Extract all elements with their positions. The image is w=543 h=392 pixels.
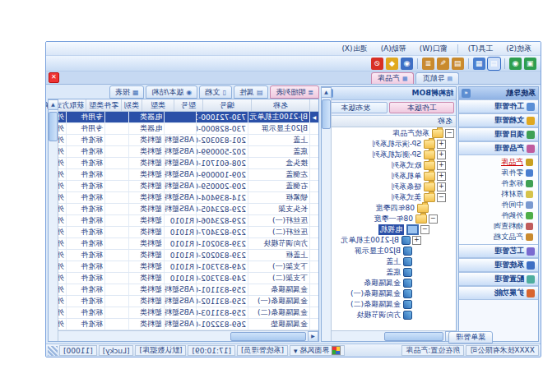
column-header-类别[interactable]: 类别 [121,99,142,111]
expand-icon[interactable]: + [412,236,421,245]
sidebar-group-配置管理[interactable]: 配置管理 [459,272,538,286]
expand-icon[interactable]: + [437,182,446,191]
tree-node-金属隔膜条(一)[interactable]: 金属隔膜条(一) [331,288,456,299]
version-tab-工作版本[interactable]: 工作版本 [390,102,455,113]
sidebar-group-扩展功能[interactable]: 扩展功能 [459,286,538,300]
tree-node-SP-演示机系列[interactable]: +SP-演示机系列 [331,139,456,150]
scroll-thumb[interactable] [230,332,306,341]
table-row[interactable]: 下支架(二)249-837302-012R1010塑料类标准件外购条 [58,273,318,284]
tree-node-08年一季度[interactable]: −08年一季度 [331,214,456,224]
view-tab-版本/结构[interactable]: ◉版本/结构 [146,85,197,99]
table-row[interactable]: 金属隔膜条259-831101-001ABS塑料塑料类标准件外购条 [58,284,318,296]
tree-node-BJ20主显示屏[interactable]: BJ20主显示屏 [331,246,456,256]
table-row[interactable]: 接头盒208-601701-011ABS塑料塑料类标准件外购条 [58,158,318,169]
monitor-icon[interactable]: ▣ [524,58,536,70]
sidebar-group-工艺管理[interactable]: 工艺管理 [459,244,538,258]
version-tab-发布版本[interactable]: 发布版本 [323,102,388,113]
table-icon[interactable]: ▦ [473,58,485,70]
form-new-icon[interactable]: ▤ [452,58,464,70]
menu-item-窗口(W)[interactable]: 窗口(W) [414,43,453,55]
view-tab-报表[interactable]: ▦报表 [109,85,145,99]
expand-icon[interactable]: + [437,161,446,170]
grid-vscrollbar[interactable]: ▲ [49,99,58,341]
collapse-icon[interactable]: − [445,129,454,138]
expand-icon[interactable]: + [437,150,446,159]
workspace-tab-产品库[interactable]: ▦产品库 [371,72,415,84]
column-header-名称[interactable]: 名称 [251,99,309,111]
scroll-thumb[interactable] [384,332,443,341]
scroll-thumb[interactable] [49,112,58,141]
tree-node-SP-测试机系列[interactable]: +SP-测试机系列 [331,150,456,160]
table-row[interactable]: 右侧盖209-200059-011ABS塑料塑料类标准件外购条 [58,181,318,192]
tree-node-08年四季度[interactable]: 08年四季度 [331,203,456,214]
workspace-tab-导航页[interactable]: ▤导航页 [415,72,459,84]
table-row[interactable]: 压丝杆(二)229-823407-011R1010塑料类标准件外购条 [58,227,318,238]
table-row[interactable]: 上盖201-830302-001ABS塑料塑料类标准件外购条 [58,135,318,146]
column-header-零件类型[interactable]: 零件类型 [86,99,121,111]
sidebar-item-原材料[interactable]: 原材料 [459,189,538,200]
sidebar-item-外购件[interactable]: 外购件 [459,210,538,221]
scroll-thumb[interactable] [322,99,331,129]
table-row[interactable]: BJ20主显示屏730-828000-041电器类专用件外购套 [58,123,318,135]
sidebar-group-系统管理[interactable]: 系统管理 [459,258,538,272]
sidebar-item-产品文档[interactable]: 产品文档 [459,232,538,242]
folder-open-icon[interactable]: ▤ [488,58,500,70]
form-edit-icon[interactable]: ✎ [437,58,449,70]
tree-node-电视机[interactable]: −电视机 [331,224,456,235]
sidebar-group-项目管理[interactable]: 项目管理 [459,127,538,141]
table-row[interactable]: 底盖202-500099-012ABS塑料塑料类标准件外购条 [58,146,318,158]
lock-icon[interactable]: ◆ [386,58,398,70]
close-tab-button[interactable]: ✕ [49,72,59,83]
tree-node-金属隔膜条[interactable]: 金属隔膜条 [331,278,456,288]
tree-node-金属隔膜条(二)[interactable]: 金属隔膜条(二) [331,299,456,310]
resize-grip[interactable] [48,346,58,356]
menu-item-退出(X)[interactable]: 退出(X) [336,43,373,55]
tree-hscrollbar[interactable]: ◀ [331,330,456,341]
tree-node-链条系列[interactable]: +链条系列 [331,182,456,192]
collapse-icon[interactable]: « [462,89,471,98]
table-row[interactable]: 压丝杆(一)229-823406-001R1010塑料类标准件外购条 [58,215,318,227]
expand-icon[interactable]: + [437,172,446,181]
expand-icon[interactable]: + [437,140,446,149]
table-row[interactable]: 上盖框239-830202-011R1010塑料类标准件外购条 [58,250,318,261]
sidebar-item-物料查询[interactable]: 物料查询 [459,221,538,232]
tree-node-美式系列[interactable]: −美式系列 [331,192,456,203]
table-row[interactable]: 金属隔膜条(二)259-831103-011ABS塑料塑料类标准件外购条 [58,307,318,319]
menu-manage-tab[interactable]: 菜单管理 [448,331,493,344]
collapse-icon[interactable]: − [437,193,446,202]
scroll-up-icon[interactable]: ▲ [321,87,332,98]
tree-node-上盖[interactable]: 上盖 [331,256,456,267]
table-row[interactable]: ▶BJ-2100主机单元730-721000-121电器类专用件外购套 [58,112,318,123]
table-row[interactable]: 金属隔膜垫269-832201-011ABS塑料塑料类标准件外购条 [58,319,318,330]
sidebar-group-文档管理[interactable]: 文档管理 [459,113,538,127]
scroll-up-icon[interactable]: ▲ [48,99,58,110]
sidebar-group-产品管理[interactable]: 产品管理 [459,141,538,155]
column-header-编号[interactable]: 编号 [202,99,251,111]
sidebar-item-标准件[interactable]: 标准件 [459,178,538,189]
tree-node-系统产品库[interactable]: −系统产品库 [331,128,456,139]
ui-style-button[interactable]: 界面风格 ▾ [290,345,345,356]
table-row[interactable]: 方向调节模块239-830201-001R1010塑料类标准件外购条 [58,238,318,250]
tree-column-header[interactable]: 名称 [322,116,456,127]
scroll-left-icon[interactable]: ◀ [308,331,318,342]
column-header-型号[interactable]: 型号 [174,99,202,111]
view-tab-文档[interactable]: ▯文档 [199,85,231,99]
sidebar-item-零件库[interactable]: 零件库 [459,168,538,178]
tree-vscrollbar[interactable]: ▲ [322,87,332,341]
menu-item-帮助(A)[interactable]: 帮助(A) [375,43,412,55]
view-tab-明细列表[interactable]: ≣明细列表 [270,85,319,99]
globe-icon[interactable]: ◉ [509,58,522,70]
menu-item-系统(S)[interactable]: 系统(S) [500,43,537,55]
grid-hscrollbar[interactable]: ◀ [58,330,318,341]
table-row[interactable]: 下支架(一)249-837301-011R1010塑料类标准件外购条 [58,261,318,273]
form-list-icon[interactable]: ≣ [422,58,434,70]
view-tab-属性[interactable]: ▤属性 [234,85,269,99]
table-row[interactable]: 长头支架229-823405-001ABS塑料塑料类标准件外购条 [58,204,318,215]
collapse-icon[interactable]: − [429,214,438,224]
menu-item-工具(T)[interactable]: 工具(T) [462,43,499,55]
sidebar-item-产品库[interactable]: 产品库 [459,157,538,168]
power-icon[interactable]: ⊘ [371,58,383,70]
help-globe-icon[interactable]: ◉ [401,58,413,70]
tree-node-方向调节模块[interactable]: 方向调节模块 [331,310,456,321]
table-row[interactable]: 锁紧框214-839404-011ABS塑料塑料类标准件外购条 [58,192,318,204]
